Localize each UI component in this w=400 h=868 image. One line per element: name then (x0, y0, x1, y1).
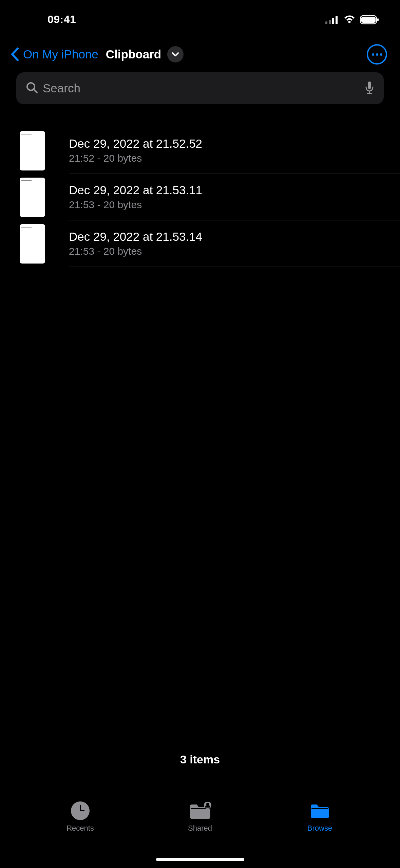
svg-rect-15 (311, 808, 328, 809)
shared-folder-icon (189, 802, 212, 819)
tab-shared[interactable]: Shared (170, 801, 231, 833)
svg-rect-9 (368, 82, 371, 89)
svg-rect-1 (329, 20, 331, 24)
svg-line-8 (34, 90, 37, 93)
clock-icon (71, 801, 90, 820)
tab-label: Recents (66, 824, 94, 833)
microphone-icon[interactable] (365, 81, 374, 96)
file-name: Dec 29, 2022 at 21.53.14 (69, 230, 400, 243)
tab-browse[interactable]: Browse (289, 801, 350, 833)
file-name: Dec 29, 2022 at 21.52.52 (69, 137, 400, 150)
status-icons (325, 15, 380, 24)
svg-rect-0 (325, 21, 327, 24)
file-thumbnail-icon (20, 131, 45, 170)
svg-rect-3 (336, 16, 338, 24)
folder-icon (309, 802, 330, 819)
file-thumbnail-icon (20, 178, 45, 217)
status-bar: 09:41 (0, 0, 400, 39)
more-options-button[interactable] (367, 44, 387, 65)
file-row[interactable]: Dec 29, 2022 at 21.53.14 21:53 - 20 byte… (0, 220, 400, 267)
search-placeholder: Search (43, 82, 365, 95)
chevron-down-icon (172, 52, 179, 57)
home-indicator[interactable] (156, 858, 244, 861)
back-label: On My iPhone (23, 48, 98, 61)
nav-header: On My iPhone Clipboard (0, 39, 400, 70)
tab-label: Shared (188, 824, 212, 833)
ellipsis-icon (372, 53, 382, 56)
search-container: Search (0, 70, 400, 110)
search-icon (26, 82, 38, 95)
file-row[interactable]: Dec 29, 2022 at 21.53.11 21:53 - 20 byte… (0, 174, 400, 220)
tab-bar: Recents Shared Browse (0, 794, 400, 852)
wifi-icon (343, 15, 356, 24)
tab-label: Browse (307, 824, 332, 833)
battery-icon (360, 15, 380, 24)
page-title: Clipboard (106, 48, 161, 61)
file-name: Dec 29, 2022 at 21.53.11 (69, 183, 400, 197)
tab-recents[interactable]: Recents (50, 801, 111, 833)
file-thumbnail-icon (20, 224, 45, 264)
cellular-icon (325, 15, 339, 24)
file-meta: 21:52 - 20 bytes (69, 152, 400, 164)
file-row[interactable]: Dec 29, 2022 at 21.52.52 21:52 - 20 byte… (0, 127, 400, 174)
chevron-left-icon (10, 47, 20, 61)
file-meta: 21:53 - 20 bytes (69, 199, 400, 211)
svg-rect-6 (377, 18, 379, 21)
svg-rect-5 (361, 17, 376, 23)
file-meta: 21:53 - 20 bytes (69, 246, 400, 257)
item-count: 3 items (0, 753, 400, 766)
view-toggle-button[interactable] (167, 46, 184, 62)
back-button[interactable]: On My iPhone (10, 47, 98, 61)
search-input[interactable]: Search (16, 72, 384, 104)
file-list: Dec 29, 2022 at 21.52.52 21:52 - 20 byte… (0, 110, 400, 267)
svg-point-14 (206, 803, 209, 806)
status-time: 09:41 (47, 13, 76, 26)
svg-rect-2 (332, 18, 334, 24)
